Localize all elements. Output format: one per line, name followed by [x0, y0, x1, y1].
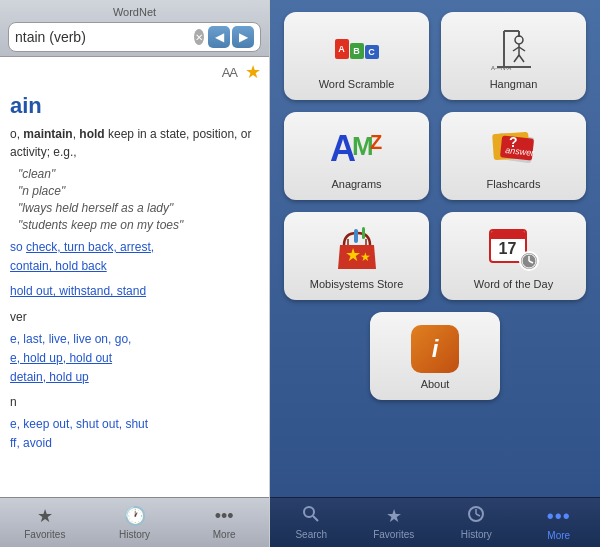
word-definition: o, maintain, hold keep in a state, posit…	[10, 125, 259, 161]
history-clock-icon	[467, 505, 485, 527]
left-tab-more[interactable]: ••• More	[179, 498, 269, 547]
svg-line-32	[476, 514, 480, 516]
back-arrow-button[interactable]: ◀	[208, 26, 230, 48]
about-tile[interactable]: i About	[370, 312, 500, 400]
svg-point-28	[304, 507, 314, 517]
pos-label-1: ver	[10, 310, 259, 324]
svg-point-4	[515, 36, 523, 44]
synonym-link[interactable]: check, turn back, arrest,	[26, 240, 154, 254]
anagrams-icon: A M Z	[330, 125, 384, 173]
left-tab-favorites[interactable]: ★ Favorites	[0, 498, 90, 547]
svg-text:★: ★	[345, 245, 361, 265]
left-panel: WordNet ✕ ◀ ▶ AA ★ ain o, maintain, hold…	[0, 0, 270, 547]
word-scramble-tile[interactable]: A B C Word Scramble	[284, 12, 429, 100]
right-content: A B C Word Scramble	[270, 0, 600, 497]
anagrams-label: Anagrams	[331, 178, 381, 190]
mobisystems-store-icon: ★ ★	[330, 225, 384, 273]
favorite-icon[interactable]: ★	[245, 61, 261, 83]
favorites-label: Favorites	[24, 529, 65, 540]
more-tab-label: More	[547, 530, 570, 541]
word-of-the-day-icon: 17	[487, 225, 541, 273]
word-example-2: "n place"	[10, 184, 259, 198]
font-controls: AA ★	[0, 57, 269, 87]
more-dots-icon: •••	[547, 505, 571, 528]
history-tab-label: History	[461, 529, 492, 540]
forward-arrow-button[interactable]: ▶	[232, 26, 254, 48]
right-tabbar: Search ★ Favorites History ••• More	[270, 497, 600, 547]
favorites-star-icon: ★	[386, 505, 402, 527]
left-header: WordNet ✕ ◀ ▶	[0, 0, 269, 57]
synonym-links-2: hold out, withstand, stand	[10, 282, 259, 301]
left-tabbar: ★ Favorites 🕐 History ••• More	[0, 497, 269, 547]
pos-label-2: n	[10, 395, 259, 409]
synonym-links-4: e, keep out, shut out, shutff, avoid	[10, 415, 259, 453]
word-scramble-icon: A B C	[330, 25, 384, 73]
word-scramble-label: Word Scramble	[319, 78, 395, 90]
search-bar: ✕ ◀ ▶	[8, 22, 261, 52]
svg-text:?: ?	[509, 134, 518, 150]
svg-line-8	[514, 55, 519, 62]
svg-rect-23	[354, 229, 358, 243]
favorites-icon: ★	[37, 505, 53, 527]
right-tab-search[interactable]: Search	[270, 498, 353, 547]
about-icon: i	[408, 325, 462, 373]
right-tab-favorites[interactable]: ★ Favorites	[353, 498, 436, 547]
app-title: WordNet	[8, 6, 261, 18]
clear-button[interactable]: ✕	[194, 29, 204, 45]
mobisystems-store-label: Mobisystems Store	[310, 278, 404, 290]
hangman-icon: A---N-A	[487, 25, 541, 73]
svg-text:Z: Z	[370, 131, 382, 153]
more-label: More	[213, 529, 236, 540]
right-tab-more[interactable]: ••• More	[518, 498, 601, 547]
flashcards-icon: answer ?	[487, 125, 541, 173]
about-label: About	[421, 378, 450, 390]
synonym-link-2[interactable]: contain, hold back	[10, 259, 107, 273]
synonym-link-5[interactable]: detain, hold up	[10, 370, 89, 384]
synonym-links-1: so check, turn back, arrest, contain, ho…	[10, 238, 259, 276]
word-example-1: "clean"	[10, 167, 259, 181]
synonym-link-3[interactable]: hold out, withstand, stand	[10, 284, 146, 298]
word-example-3: "lways held herself as a lady"	[10, 201, 259, 215]
svg-text:A---N-A: A---N-A	[491, 65, 511, 71]
synonym-link-4[interactable]: e, hold up, hold out	[10, 351, 112, 365]
favorites-tab-label: Favorites	[373, 529, 414, 540]
svg-text:★: ★	[360, 250, 371, 264]
svg-line-6	[513, 47, 519, 51]
anagrams-tile[interactable]: A M Z Anagrams	[284, 112, 429, 200]
hangman-tile[interactable]: A---N-A Hangman	[441, 12, 586, 100]
history-icon: 🕐	[124, 505, 146, 527]
word-example-4: "students keep me on my toes"	[10, 218, 259, 232]
mobisystems-store-tile[interactable]: ★ ★ Mobisystems Store	[284, 212, 429, 300]
left-tab-history[interactable]: 🕐 History	[90, 498, 180, 547]
about-tile-wrapper: i About	[284, 312, 586, 400]
word-title: ain	[10, 93, 259, 119]
search-icon	[302, 505, 320, 527]
synonym-links-3: e, last, live, live on, go, e, hold up, …	[10, 330, 259, 388]
nav-arrows: ◀ ▶	[208, 26, 254, 48]
flashcards-tile[interactable]: answer ? Flashcards	[441, 112, 586, 200]
svg-line-29	[313, 516, 318, 521]
right-panel: A B C Word Scramble	[270, 0, 600, 547]
hangman-label: Hangman	[490, 78, 538, 90]
word-of-the-day-tile[interactable]: 17 Word of the Day	[441, 212, 586, 300]
svg-line-7	[519, 47, 525, 51]
more-icon: •••	[215, 506, 234, 527]
history-label: History	[119, 529, 150, 540]
search-tab-label: Search	[295, 529, 327, 540]
flashcards-label: Flashcards	[487, 178, 541, 190]
word-of-the-day-label: Word of the Day	[474, 278, 553, 290]
search-input[interactable]	[15, 29, 190, 45]
font-size-control[interactable]: AA	[222, 65, 237, 80]
right-tab-history[interactable]: History	[435, 498, 518, 547]
svg-line-9	[519, 55, 524, 62]
left-content: ain o, maintain, hold keep in a state, p…	[0, 87, 269, 497]
svg-rect-24	[362, 227, 365, 239]
